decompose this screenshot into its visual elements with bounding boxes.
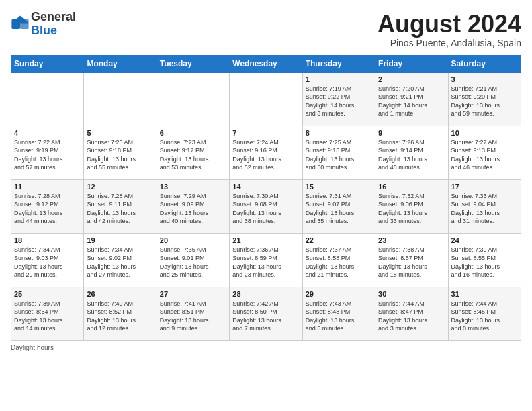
calendar-cell: 26Sunrise: 7:40 AMSunset: 8:52 PMDayligh… <box>84 287 157 340</box>
week-row-1: 1Sunrise: 7:19 AMSunset: 9:22 PMDaylight… <box>11 72 521 126</box>
day-info: Sunrise: 7:32 AMSunset: 9:06 PMDaylight:… <box>378 192 445 226</box>
calendar-cell: 17Sunrise: 7:33 AMSunset: 9:04 PMDayligh… <box>448 179 521 233</box>
calendar-cell: 10Sunrise: 7:27 AMSunset: 9:13 PMDayligh… <box>448 126 521 179</box>
day-number: 31 <box>451 290 518 298</box>
day-number: 15 <box>306 183 372 191</box>
calendar-cell: 15Sunrise: 7:31 AMSunset: 9:07 PMDayligh… <box>302 179 375 233</box>
calendar-cell: 4Sunrise: 7:22 AMSunset: 9:19 PMDaylight… <box>11 126 84 179</box>
logo-text: General Blue <box>31 11 76 38</box>
day-info: Sunrise: 7:43 AMSunset: 8:48 PMDaylight:… <box>306 300 372 333</box>
day-number: 8 <box>306 129 372 137</box>
calendar-cell: 24Sunrise: 7:39 AMSunset: 8:55 PMDayligh… <box>448 233 521 287</box>
day-number: 23 <box>378 236 445 244</box>
day-info: Sunrise: 7:41 AMSunset: 8:51 PMDaylight:… <box>160 300 226 333</box>
day-info: Sunrise: 7:36 AMSunset: 8:59 PMDaylight:… <box>232 246 299 279</box>
calendar-table: SundayMondayTuesdayWednesdayThursdayFrid… <box>11 55 521 341</box>
day-number: 3 <box>451 75 518 83</box>
week-row-4: 18Sunrise: 7:34 AMSunset: 9:03 PMDayligh… <box>11 233 521 287</box>
day-info: Sunrise: 7:40 AMSunset: 8:52 PMDaylight:… <box>87 300 153 333</box>
header-day-monday: Monday <box>84 55 157 72</box>
day-number: 29 <box>306 290 372 298</box>
calendar-cell: 29Sunrise: 7:43 AMSunset: 8:48 PMDayligh… <box>302 287 375 340</box>
week-row-2: 4Sunrise: 7:22 AMSunset: 9:19 PMDaylight… <box>11 126 521 179</box>
day-info: Sunrise: 7:31 AMSunset: 9:07 PMDaylight:… <box>306 192 372 226</box>
calendar-header: SundayMondayTuesdayWednesdayThursdayFrid… <box>11 55 521 72</box>
day-info: Sunrise: 7:27 AMSunset: 9:13 PMDaylight:… <box>451 138 518 172</box>
day-info: Sunrise: 7:34 AMSunset: 9:03 PMDaylight:… <box>14 246 81 279</box>
calendar-cell: 12Sunrise: 7:28 AMSunset: 9:11 PMDayligh… <box>84 179 157 233</box>
logo-icon <box>11 15 30 34</box>
day-number: 4 <box>14 129 81 137</box>
calendar-cell <box>11 72 84 126</box>
day-number: 9 <box>378 129 445 137</box>
calendar-cell: 3Sunrise: 7:21 AMSunset: 9:20 PMDaylight… <box>448 72 521 126</box>
day-number: 7 <box>232 129 299 137</box>
day-info: Sunrise: 7:34 AMSunset: 9:02 PMDaylight:… <box>87 246 153 279</box>
header-day-sunday: Sunday <box>11 55 84 72</box>
header-day-tuesday: Tuesday <box>157 55 229 72</box>
day-number: 21 <box>232 236 299 244</box>
title-block: August 2024 Pinos Puente, Andalusia, Spa… <box>378 11 521 48</box>
day-info: Sunrise: 7:33 AMSunset: 9:04 PMDaylight:… <box>451 192 518 226</box>
day-number: 1 <box>306 75 372 83</box>
header-row: SundayMondayTuesdayWednesdayThursdayFrid… <box>11 55 521 72</box>
calendar-cell: 27Sunrise: 7:41 AMSunset: 8:51 PMDayligh… <box>157 287 229 340</box>
header-day-saturday: Saturday <box>448 55 521 72</box>
calendar-cell: 25Sunrise: 7:39 AMSunset: 8:54 PMDayligh… <box>11 287 84 340</box>
day-number: 6 <box>160 129 226 137</box>
header-day-wednesday: Wednesday <box>230 55 302 72</box>
day-info: Sunrise: 7:39 AMSunset: 8:54 PMDaylight:… <box>14 300 81 333</box>
header-day-thursday: Thursday <box>302 55 375 72</box>
day-number: 13 <box>160 183 226 191</box>
header: General Blue August 2024 Pinos Puente, A… <box>11 11 521 48</box>
calendar-cell: 19Sunrise: 7:34 AMSunset: 9:02 PMDayligh… <box>84 233 157 287</box>
calendar-cell: 20Sunrise: 7:35 AMSunset: 9:01 PMDayligh… <box>157 233 229 287</box>
day-info: Sunrise: 7:25 AMSunset: 9:15 PMDaylight:… <box>306 138 372 172</box>
day-info: Sunrise: 7:29 AMSunset: 9:09 PMDaylight:… <box>160 192 226 226</box>
day-number: 25 <box>14 290 81 298</box>
day-info: Sunrise: 7:28 AMSunset: 9:11 PMDaylight:… <box>87 192 153 226</box>
day-info: Sunrise: 7:19 AMSunset: 9:22 PMDaylight:… <box>306 85 372 118</box>
page: General Blue August 2024 Pinos Puente, A… <box>0 0 532 411</box>
day-number: 18 <box>14 236 81 244</box>
day-number: 26 <box>87 290 153 298</box>
day-number: 19 <box>87 236 153 244</box>
calendar-cell: 31Sunrise: 7:44 AMSunset: 8:45 PMDayligh… <box>448 287 521 340</box>
calendar-cell: 30Sunrise: 7:44 AMSunset: 8:47 PMDayligh… <box>375 287 448 340</box>
day-number: 30 <box>378 290 445 298</box>
calendar-body: 1Sunrise: 7:19 AMSunset: 9:22 PMDaylight… <box>11 72 521 340</box>
day-info: Sunrise: 7:21 AMSunset: 9:20 PMDaylight:… <box>451 85 518 118</box>
day-number: 28 <box>232 290 299 298</box>
day-info: Sunrise: 7:44 AMSunset: 8:45 PMDaylight:… <box>451 300 518 333</box>
calendar-cell: 13Sunrise: 7:29 AMSunset: 9:09 PMDayligh… <box>157 179 229 233</box>
day-info: Sunrise: 7:38 AMSunset: 8:57 PMDaylight:… <box>378 246 445 279</box>
day-number: 5 <box>87 129 153 137</box>
logo-general: General <box>31 11 76 24</box>
day-number: 2 <box>378 75 445 83</box>
day-info: Sunrise: 7:37 AMSunset: 8:58 PMDaylight:… <box>306 246 372 279</box>
day-number: 10 <box>451 129 518 137</box>
logo-blue: Blue <box>31 24 76 38</box>
day-info: Sunrise: 7:39 AMSunset: 8:55 PMDaylight:… <box>451 246 518 279</box>
calendar-cell: 28Sunrise: 7:42 AMSunset: 8:50 PMDayligh… <box>230 287 302 340</box>
calendar-cell: 14Sunrise: 7:30 AMSunset: 9:08 PMDayligh… <box>230 179 302 233</box>
day-info: Sunrise: 7:30 AMSunset: 9:08 PMDaylight:… <box>232 192 299 226</box>
calendar-cell: 22Sunrise: 7:37 AMSunset: 8:58 PMDayligh… <box>302 233 375 287</box>
day-info: Sunrise: 7:28 AMSunset: 9:12 PMDaylight:… <box>14 192 81 226</box>
calendar-cell: 5Sunrise: 7:23 AMSunset: 9:18 PMDaylight… <box>84 126 157 179</box>
calendar-cell: 18Sunrise: 7:34 AMSunset: 9:03 PMDayligh… <box>11 233 84 287</box>
calendar-cell: 16Sunrise: 7:32 AMSunset: 9:06 PMDayligh… <box>375 179 448 233</box>
day-info: Sunrise: 7:23 AMSunset: 9:18 PMDaylight:… <box>87 138 153 172</box>
day-info: Sunrise: 7:42 AMSunset: 8:50 PMDaylight:… <box>232 300 299 333</box>
day-info: Sunrise: 7:44 AMSunset: 8:47 PMDaylight:… <box>378 300 445 333</box>
day-number: 16 <box>378 183 445 191</box>
week-row-5: 25Sunrise: 7:39 AMSunset: 8:54 PMDayligh… <box>11 287 521 340</box>
calendar-cell <box>84 72 157 126</box>
calendar-cell: 9Sunrise: 7:26 AMSunset: 9:14 PMDaylight… <box>375 126 448 179</box>
day-info: Sunrise: 7:22 AMSunset: 9:19 PMDaylight:… <box>14 138 81 172</box>
day-number: 11 <box>14 183 81 191</box>
week-row-3: 11Sunrise: 7:28 AMSunset: 9:12 PMDayligh… <box>11 179 521 233</box>
calendar-cell <box>157 72 229 126</box>
calendar-cell: 21Sunrise: 7:36 AMSunset: 8:59 PMDayligh… <box>230 233 302 287</box>
day-info: Sunrise: 7:23 AMSunset: 9:17 PMDaylight:… <box>160 138 226 172</box>
